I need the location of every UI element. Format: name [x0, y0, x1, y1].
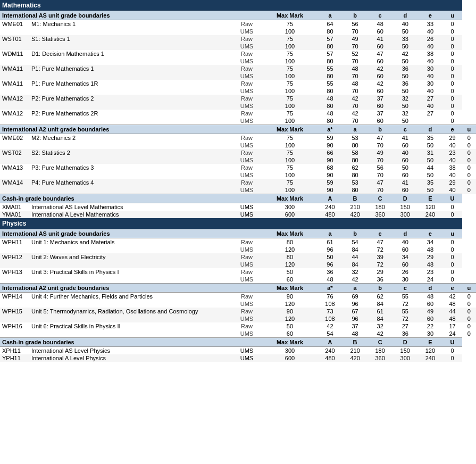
max-mark: 75: [262, 134, 318, 142]
grade-value: 0: [442, 347, 462, 355]
grade-value: 48: [368, 20, 393, 28]
grade-value: 0: [442, 57, 462, 65]
grade-value: 600: [262, 211, 318, 218]
max-mark: 60: [262, 330, 318, 338]
grade-value: 30: [417, 330, 442, 338]
grade-value: 84: [343, 246, 368, 253]
grade-value: 48: [343, 80, 368, 87]
max-mark: 50: [262, 322, 318, 330]
grade-value: 42: [393, 50, 417, 57]
grade-value: 50: [393, 164, 417, 171]
data-row: UMS10080706050400: [0, 72, 476, 80]
grade-value: 0: [442, 211, 462, 218]
grade-value: 42: [343, 110, 368, 117]
grade-value: 38: [417, 50, 442, 57]
unit-name: [29, 102, 231, 110]
max-mark: 80: [262, 253, 318, 261]
score-type: Raw: [231, 134, 262, 142]
score-type: Raw: [231, 149, 262, 156]
unit-name: S2: Statistics 2: [29, 149, 231, 156]
grade-value: 34: [417, 238, 442, 246]
grade-value: 48: [318, 95, 343, 102]
grade-value: 0: [442, 50, 462, 57]
grade-value: 35: [417, 179, 442, 186]
grade-value: 47: [368, 179, 393, 186]
grade-value: 70: [368, 156, 393, 164]
grade-value: 50: [393, 117, 417, 125]
max-mark: 100: [262, 186, 318, 194]
grade-value: 80: [343, 171, 368, 179]
score-type: UMS: [231, 276, 262, 284]
grade-value: 0: [442, 203, 462, 211]
score-type: UMS: [231, 300, 262, 308]
unit-name: [29, 315, 231, 322]
column-header: Max Mark: [262, 338, 318, 347]
unit-code: WPH11: [0, 238, 29, 246]
grade-value: 70: [343, 72, 368, 80]
column-header: c: [368, 11, 393, 20]
score-type: UMS: [231, 142, 262, 149]
unit-code: WMA12: [0, 110, 29, 117]
data-row: UMS12010896847260480: [0, 315, 476, 322]
cashin-title: Cash-in grade boundaries: [0, 338, 262, 347]
max-mark: 100: [262, 43, 318, 50]
cashin-code: YMA01: [0, 211, 29, 218]
score-type: UMS: [231, 261, 262, 268]
data-row: UMS1009080706050400: [0, 186, 476, 194]
max-mark: 60: [262, 276, 318, 284]
unit-code: WDM11: [0, 50, 29, 57]
max-mark: 120: [262, 315, 318, 322]
grade-value: 33: [417, 20, 442, 28]
data-row: UMS12096847260480: [0, 261, 476, 268]
max-mark: 100: [262, 142, 318, 149]
grade-value: 56: [368, 164, 393, 171]
grade-value: 27: [417, 95, 442, 102]
grade-value: 27: [417, 110, 442, 117]
grade-value: 0: [442, 28, 462, 35]
subsection-title: International AS unit grade boundaries: [0, 229, 262, 238]
grade-value: 38: [442, 164, 462, 171]
column-header: a: [343, 284, 368, 293]
grade-value: 0: [442, 102, 462, 110]
grade-value: 37: [368, 110, 393, 117]
grade-value: 36: [393, 330, 417, 338]
score-type: Raw: [231, 20, 262, 28]
max-mark: 75: [262, 20, 318, 28]
unit-code: WMA13: [0, 164, 29, 171]
grade-value: 60: [368, 117, 393, 125]
unit-code: [0, 57, 29, 65]
unit-code: [0, 87, 29, 95]
score-type: UMS: [231, 72, 262, 80]
grade-value: 23: [417, 268, 442, 276]
unit-name: [29, 87, 231, 95]
score-type: UMS: [231, 57, 262, 65]
grade-value: 60: [417, 300, 442, 308]
cashin-name: International AS Level Mathematics: [29, 203, 231, 211]
grade-value: 49: [343, 35, 368, 43]
grade-value: 41: [368, 35, 393, 43]
column-header: d: [393, 229, 417, 238]
data-row: WMA11P1: Pure Mathematics 1Raw7555484236…: [0, 65, 476, 72]
grade-value: 33: [393, 35, 417, 43]
grade-value: 47: [368, 50, 393, 57]
unit-code: WPH14: [0, 293, 29, 301]
grade-value: 0: [442, 253, 462, 261]
cashin-name: International AS Level Physics: [29, 347, 231, 355]
grade-value: 84: [368, 315, 393, 322]
data-row: UMS10080706050400: [0, 43, 476, 50]
grade-value: 49: [368, 149, 393, 156]
grade-value: 96: [343, 300, 368, 308]
grade-value: 0: [442, 261, 462, 268]
unit-name: [29, 156, 231, 164]
grade-value: 60: [393, 156, 417, 164]
column-header: a: [343, 125, 368, 134]
grade-value: 70: [368, 186, 393, 194]
grade-value: 48: [442, 315, 462, 322]
grade-value: 50: [417, 171, 442, 179]
grade-value: 180: [368, 347, 393, 355]
grade-value: 41: [393, 134, 417, 142]
grade-value: 62: [368, 293, 393, 301]
unit-code: WMA14: [0, 179, 29, 186]
grade-value: 44: [343, 253, 368, 261]
grade-value: 300: [393, 354, 417, 362]
